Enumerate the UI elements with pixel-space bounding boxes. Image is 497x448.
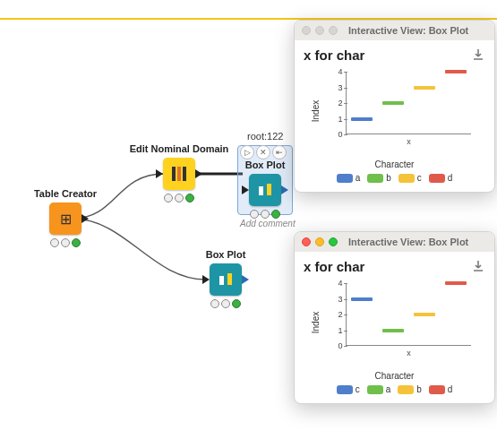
image-output-port[interactable] (242, 275, 249, 284)
legend-label: b (416, 384, 422, 394)
view-panel-boxplot-1[interactable]: Interactive View: Box Plot x for char In… (294, 20, 495, 193)
svg-rect-4 (267, 184, 271, 195)
data-bar (382, 329, 405, 332)
window-controls[interactable] (302, 26, 338, 35)
node-label: Table Creator (25, 188, 106, 199)
minimize-icon[interactable] (315, 237, 324, 246)
zoom-icon[interactable] (329, 237, 338, 246)
node-label: Edit Nominal Domain (125, 143, 233, 154)
data-bar (351, 117, 373, 121)
svg-rect-5 (219, 276, 224, 285)
y-tick: 4 (330, 279, 343, 288)
y-axis-label: Index (310, 312, 320, 333)
legend-swatch (429, 174, 445, 183)
input-port[interactable] (202, 275, 210, 284)
legend-item: b (398, 384, 422, 394)
x-tick: x (407, 349, 411, 358)
legend-swatch (367, 385, 383, 394)
y-tick: 0 (330, 341, 343, 350)
y-tick: 2 (330, 99, 343, 108)
legend-item: a (367, 384, 391, 394)
y-tick: 2 (330, 310, 343, 319)
x-axis-label: Character (304, 159, 485, 169)
boxplot-icon (249, 174, 281, 206)
legend-item: b (367, 173, 391, 183)
legend-swatch (398, 174, 415, 183)
y-tick: 4 (330, 67, 343, 76)
legend-swatch (337, 174, 353, 183)
node-label: Box Plot (238, 159, 292, 170)
download-icon[interactable] (471, 259, 485, 277)
panel-titlebar[interactable]: Interactive View: Box Plot (295, 21, 494, 40)
minimize-icon[interactable] (315, 26, 324, 35)
window-controls[interactable] (302, 237, 338, 246)
legend-label: d (448, 384, 453, 394)
data-bar (382, 101, 405, 105)
add-comment-hint[interactable]: Add comment (240, 219, 296, 228)
x-tick: x (407, 137, 411, 146)
legend-label: a (386, 384, 391, 394)
legend-swatch (367, 174, 383, 183)
y-tick: 1 (330, 115, 343, 124)
close-icon[interactable] (302, 26, 311, 35)
chart-area-1: Index 01234x (310, 66, 480, 156)
y-tick: 3 (330, 295, 343, 304)
status-lights (238, 210, 292, 219)
svg-rect-0 (172, 167, 176, 181)
panel-title-text: Interactive View: Box Plot (348, 237, 468, 247)
legend-label: c (356, 384, 360, 394)
panel-titlebar[interactable]: Interactive View: Box Plot (295, 232, 494, 252)
legend-label: a (356, 173, 361, 183)
svg-rect-1 (177, 167, 181, 181)
x-axis-label: Character (304, 371, 485, 381)
y-tick: 1 (330, 326, 343, 335)
data-bar (351, 297, 373, 301)
legend-item: c (337, 384, 360, 394)
image-output-port[interactable] (281, 185, 288, 194)
view-panel-boxplot-2[interactable]: Interactive View: Box Plot x for char In… (294, 231, 495, 404)
data-bar (414, 86, 436, 90)
legend-2: cabd (304, 384, 485, 394)
legend-item: d (429, 384, 453, 394)
boxplot-icon (210, 263, 242, 296)
status-lights (125, 194, 233, 202)
input-port[interactable] (156, 169, 163, 178)
download-icon[interactable] (471, 47, 485, 65)
svg-rect-3 (259, 186, 263, 195)
node-label: Box Plot (199, 249, 253, 260)
legend-label: c (417, 173, 422, 183)
node-table-creator[interactable]: Table Creator ⊞ (25, 188, 106, 247)
data-bar (445, 281, 467, 285)
columns-icon (163, 158, 195, 190)
workflow-canvas[interactable]: Table Creator ⊞ Edit Nominal Domain root… (0, 20, 497, 448)
y-tick: 3 (330, 83, 343, 92)
plot-region: 01234x (346, 72, 471, 134)
plot-region: 01234x (346, 283, 471, 346)
legend-item: a (337, 173, 361, 183)
chart-title: x for char (304, 47, 485, 63)
output-port[interactable] (81, 214, 89, 223)
chart-area-2: Index 01234x (310, 278, 480, 367)
legend-swatch (337, 385, 353, 394)
status-lights (25, 238, 106, 247)
y-tick: 0 (330, 130, 343, 139)
panel-title-text: Interactive View: Box Plot (348, 25, 468, 36)
chart-title: x for char (304, 259, 485, 274)
node-box-plot-bottom[interactable]: Box Plot (199, 249, 253, 308)
legend-swatch (429, 385, 445, 394)
svg-rect-6 (227, 273, 232, 285)
table-icon: ⊞ (49, 202, 81, 235)
zoom-icon[interactable] (329, 26, 338, 35)
legend-item: c (398, 173, 422, 183)
data-bar (445, 70, 467, 73)
node-box-plot-top[interactable]: Box Plot (238, 145, 292, 219)
legend-1: abcd (304, 173, 485, 183)
close-icon[interactable] (302, 237, 311, 246)
output-port[interactable] (195, 169, 202, 178)
node-edit-nominal-domain[interactable]: Edit Nominal Domain (125, 143, 233, 202)
legend-swatch (398, 385, 414, 394)
data-bar (414, 313, 436, 316)
status-lights (199, 299, 253, 308)
legend-item: d (429, 173, 453, 183)
input-port[interactable] (242, 185, 249, 194)
